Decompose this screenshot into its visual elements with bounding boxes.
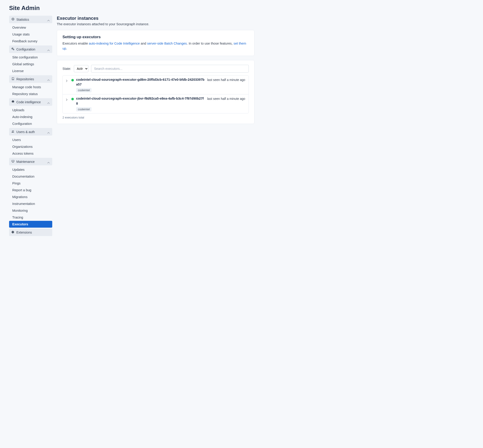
sidebar-section-label: Code intelligence — [16, 100, 41, 104]
sidebar-section-label: Configuration — [16, 48, 35, 51]
executors-card: State: Active codeintel-cloud-sourcegrap… — [57, 60, 254, 124]
chevron-up-icon — [48, 131, 50, 133]
setup-text: Executors enable — [62, 42, 89, 45]
executor-list: codeintel-cloud-sourcegraph-executor-gd8… — [62, 75, 249, 113]
content-heading: Executor instances — [57, 16, 254, 21]
executor-last-seen: last seen half a minute ago — [207, 96, 246, 101]
monitor-icon — [11, 160, 15, 163]
repo-icon — [11, 77, 15, 81]
sidebar-item-monitoring[interactable]: Monitoring — [9, 207, 52, 214]
state-label: State: — [62, 67, 71, 71]
sidebar-item-tracing[interactable]: Tracing — [9, 214, 52, 221]
page-title: Site Admin — [9, 5, 254, 12]
setup-card: Setting up executors Executors enable au… — [57, 30, 254, 56]
users-icon — [11, 130, 15, 134]
state-select[interactable]: Active — [74, 65, 88, 72]
sidebar-section-statistics[interactable]: Statistics — [9, 16, 52, 23]
sidebar-section-label: Maintenance — [16, 160, 35, 163]
chevron-right-icon[interactable] — [65, 79, 69, 82]
sidebar-item-instrumentation[interactable]: Instrumentation — [9, 200, 52, 207]
extension-icon — [11, 230, 15, 234]
sidebar-item-manage-code-hosts[interactable]: Manage code hosts — [9, 84, 52, 90]
chevron-up-icon — [48, 78, 50, 80]
sidebar-item-usage-stats[interactable]: Usage stats — [9, 31, 52, 38]
status-dot-active — [71, 79, 74, 81]
sidebar: Statistics Overview Usage stats Feedback… — [9, 16, 52, 236]
sidebar-item-organizations[interactable]: Organizations — [9, 143, 52, 150]
sidebar-item-site-configuration[interactable]: Site configuration — [9, 54, 52, 61]
chevron-up-icon — [48, 18, 50, 21]
executor-tag: codeintel — [76, 88, 92, 92]
sidebar-section-configuration[interactable]: Configuration — [9, 46, 52, 53]
sidebar-item-auto-indexing[interactable]: Auto-indexing — [9, 113, 52, 120]
setup-text: and — [140, 42, 147, 45]
setup-card-text: Executors enable auto-indexing for Code … — [62, 41, 249, 51]
link-auto-indexing[interactable]: auto-indexing for Code Intelligence — [89, 42, 140, 45]
sidebar-item-feedback-survey[interactable]: Feedback survey — [9, 38, 52, 45]
executor-row: codeintel-cloud-sourcegraph-executor-gd8… — [63, 75, 249, 95]
sidebar-item-overview[interactable]: Overview — [9, 24, 52, 31]
sidebar-item-users[interactable]: Users — [9, 136, 52, 143]
sidebar-section-extensions[interactable]: Extensions — [9, 229, 52, 236]
sidebar-item-executors[interactable]: Executors — [9, 221, 52, 228]
sidebar-item-ci-config[interactable]: Configuration — [9, 120, 52, 127]
sidebar-item-access-tokens[interactable]: Access tokens — [9, 150, 52, 157]
sidebar-item-repository-status[interactable]: Repository status — [9, 90, 52, 97]
executor-count: 2 executors total — [62, 116, 249, 119]
executor-tag: codeintel — [76, 107, 92, 112]
setup-text: . In order to use those features, — [187, 42, 234, 45]
main-content: Executor instances The executor instance… — [57, 16, 254, 128]
sidebar-section-label: Users & auth — [16, 130, 35, 134]
executor-name: codeintel-cloud-sourcegraph-executor-gd8… — [76, 77, 205, 87]
link-batch-changes[interactable]: server-side Batch Changes — [147, 42, 187, 45]
sidebar-section-label: Statistics — [16, 18, 29, 21]
status-dot-active — [71, 98, 74, 100]
sidebar-section-label: Repositories — [16, 77, 34, 81]
search-input[interactable] — [91, 65, 249, 72]
brain-icon — [11, 100, 15, 104]
sidebar-item-updates[interactable]: Updates — [9, 166, 52, 173]
setup-text: . — [66, 47, 67, 50]
sidebar-item-uploads[interactable]: Uploads — [9, 107, 52, 113]
sidebar-section-code-intelligence[interactable]: Code intelligence — [9, 98, 52, 106]
chevron-right-icon[interactable] — [65, 97, 69, 101]
sidebar-section-repositories[interactable]: Repositories — [9, 75, 52, 83]
sidebar-item-migrations[interactable]: Migrations — [9, 193, 52, 200]
content-subheading: The executor instances attached to your … — [57, 22, 254, 26]
sidebar-section-maintenance[interactable]: Maintenance — [9, 158, 52, 165]
executor-name: codeintel-cloud-sourcegraph-executor-jbv… — [76, 96, 205, 106]
sidebar-item-report-bug[interactable]: Report a bug — [9, 187, 52, 193]
executor-last-seen: last seen half a minute ago — [207, 77, 246, 82]
sidebar-item-license[interactable]: License — [9, 68, 52, 74]
chevron-up-icon — [48, 160, 50, 163]
sidebar-section-label: Extensions — [16, 231, 32, 234]
setup-card-title: Setting up executors — [62, 35, 249, 39]
sidebar-item-documentation[interactable]: Documentation — [9, 173, 52, 180]
chevron-up-icon — [48, 48, 50, 50]
sidebar-item-pings[interactable]: Pings — [9, 180, 52, 187]
sidebar-item-global-settings[interactable]: Global settings — [9, 61, 52, 68]
chevron-up-icon — [48, 101, 50, 103]
executor-row: codeintel-cloud-sourcegraph-executor-jbv… — [63, 94, 249, 113]
globe-icon — [11, 17, 15, 21]
gears-icon — [11, 47, 15, 51]
sidebar-section-users-auth[interactable]: Users & auth — [9, 128, 52, 136]
